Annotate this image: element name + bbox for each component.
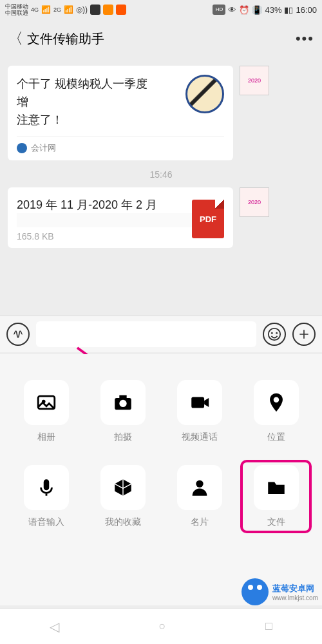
my-avatar[interactable]: 2020	[240, 187, 269, 217]
svg-rect-9	[191, 397, 204, 408]
pdf-icon: PDF	[192, 200, 224, 238]
image-icon	[24, 380, 69, 425]
more-button[interactable]: •••	[296, 30, 314, 47]
video-icon	[177, 380, 222, 425]
sound-wave-icon	[12, 328, 24, 341]
svg-point-2	[276, 332, 278, 334]
attach-folder[interactable]: 文件	[240, 460, 312, 533]
net-1: 4G	[31, 6, 39, 13]
system-navbar: ◁ ○ □	[0, 608, 322, 644]
attach-label: 相册	[37, 431, 55, 443]
message-input[interactable]	[36, 321, 256, 347]
app-icon-2	[103, 5, 113, 15]
svg-rect-11	[43, 479, 49, 490]
signal-icon-2: 📶	[64, 5, 73, 14]
battery-pct: 43%	[265, 5, 281, 15]
app-icon-3	[116, 5, 126, 15]
wifi-icon: ◎))	[76, 5, 88, 14]
nav-recent-icon[interactable]: □	[265, 620, 272, 633]
article-bubble[interactable]: 个干了 规模纳税人一季度 增 注意了！ 会计网	[8, 66, 233, 160]
attach-location[interactable]: 位置	[245, 380, 307, 443]
carrier-2: 中国联通	[5, 10, 28, 16]
article-line: 增	[17, 93, 180, 111]
chat-header: 〈 文件传输助手 •••	[0, 19, 322, 58]
plus-icon	[298, 328, 310, 341]
attach-label: 拍摄	[114, 431, 132, 443]
voice-toggle-button[interactable]	[6, 323, 30, 346]
vibrate-icon: 📳	[252, 5, 262, 15]
eye-icon: 👁	[228, 5, 236, 15]
plus-button[interactable]	[292, 323, 316, 346]
camera-icon	[100, 380, 146, 425]
battery-icon: ▮▯	[284, 5, 293, 15]
attach-image[interactable]: 相册	[15, 380, 77, 443]
article-line: 注意了！	[17, 111, 180, 129]
emoji-button[interactable]	[263, 323, 286, 346]
svg-point-12	[196, 480, 203, 488]
source-icon	[17, 143, 27, 153]
article-line: 个干了 规模纳税人一季度	[17, 75, 180, 93]
my-avatar[interactable]: 2020	[240, 66, 269, 95]
hd-icon: HD	[213, 5, 225, 15]
nav-home-icon[interactable]: ○	[159, 620, 166, 633]
status-bar: 中国移动 中国联通 4G 📶 2G 📶 ◎)) HD 👁 ⏰ 📳 43% ▮▯ …	[0, 0, 322, 19]
svg-point-0	[269, 328, 280, 340]
attach-label: 名片	[191, 516, 209, 528]
attach-video[interactable]: 视频通话	[169, 380, 230, 443]
chat-title: 文件传输助手	[27, 30, 296, 48]
smile-icon	[267, 327, 281, 341]
article-thumb-icon	[185, 75, 224, 113]
watermark-url: www.lmkjst.com	[272, 594, 318, 601]
location-icon	[254, 380, 299, 425]
attach-label: 文件	[267, 516, 285, 528]
file-size: 165.8 KB	[17, 231, 192, 242]
svg-point-10	[273, 397, 279, 403]
svg-point-8	[119, 400, 126, 407]
net-2: 2G	[53, 6, 61, 13]
time-separator: 15:46	[8, 169, 314, 180]
box-icon	[100, 465, 146, 510]
svg-point-1	[271, 332, 273, 334]
alarm-icon: ⏰	[239, 5, 249, 15]
watermark-icon	[242, 578, 269, 605]
app-icon-1	[90, 5, 100, 15]
attach-box[interactable]: 我的收藏	[92, 465, 153, 528]
status-left: 中国移动 中国联通 4G 📶 2G 📶 ◎))	[5, 3, 126, 16]
attach-label: 位置	[267, 431, 285, 443]
message-row: 个干了 规模纳税人一季度 增 注意了！ 会计网 2020	[8, 66, 314, 160]
status-right: HD 👁 ⏰ 📳 43% ▮▯ 16:00	[213, 5, 317, 15]
file-bubble[interactable]: 2019 年 11 月-2020 年 2 月 165.8 KB PDF	[8, 187, 233, 248]
attachment-panel: 相册拍摄视频通话位置语音输入我的收藏名片文件	[0, 354, 322, 605]
carrier-1: 中国移动	[5, 3, 28, 10]
message-row: 2019 年 11 月-2020 年 2 月 165.8 KB PDF 2020	[8, 187, 314, 248]
folder-icon	[254, 465, 299, 510]
mic-icon	[24, 465, 69, 510]
watermark: 蓝莓安卓网 www.lmkjst.com	[242, 578, 318, 605]
clock: 16:00	[296, 5, 317, 15]
nav-back-icon[interactable]: ◁	[50, 619, 59, 634]
file-name-line2	[17, 213, 192, 227]
attach-mic[interactable]: 语音输入	[15, 465, 77, 528]
svg-rect-7	[119, 395, 126, 399]
article-source: 会计网	[17, 137, 224, 154]
attach-person[interactable]: 名片	[169, 465, 230, 528]
person-icon	[177, 465, 222, 510]
attach-camera[interactable]: 拍摄	[92, 380, 153, 443]
attach-label: 我的收藏	[105, 516, 141, 528]
watermark-name: 蓝莓安卓网	[272, 583, 318, 594]
chat-area: 个干了 规模纳税人一季度 增 注意了！ 会计网 2020 15:46	[0, 66, 322, 248]
input-bar	[0, 316, 322, 352]
attach-label: 语音输入	[28, 516, 64, 528]
signal-icon: 📶	[41, 5, 51, 14]
back-button[interactable]: 〈	[8, 28, 27, 49]
file-name-line1: 2019 年 11 月-2020 年 2 月	[17, 196, 192, 213]
source-name: 会计网	[31, 142, 56, 154]
attach-label: 视频通话	[182, 431, 218, 443]
